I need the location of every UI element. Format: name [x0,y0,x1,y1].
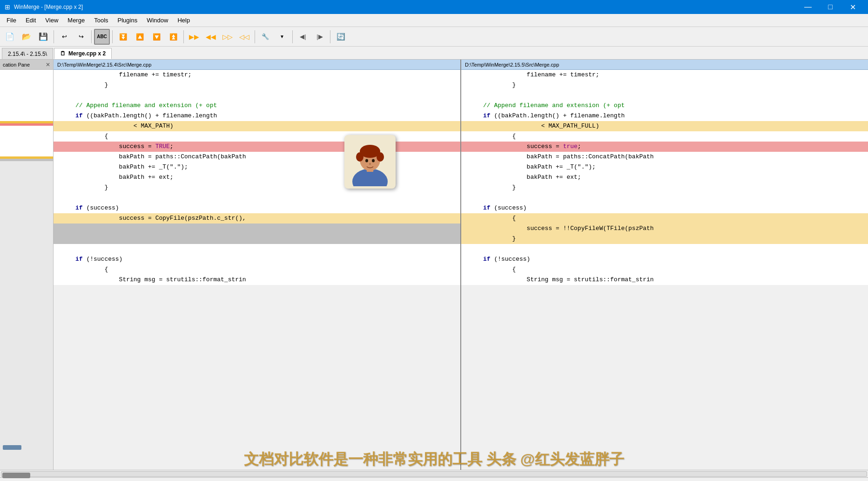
right-code-line[interactable]: < MAX_PATH_FULL) [461,121,868,131]
nav-scroll-thumb[interactable] [3,445,21,450]
right-code-line[interactable]: { [461,264,868,275]
menu-item-window[interactable]: Window [142,15,173,26]
copy-left-button[interactable]: ◀◀ [203,29,219,45]
right-code-line[interactable]: if (!success) [461,254,868,264]
toolbar-sep-2 [91,30,92,43]
reload-button[interactable]: 🔄 [333,29,349,45]
tab-file-label: Merge.cpp x 2 [68,50,106,57]
next-diff-button[interactable]: 🔽 [148,29,164,45]
left-code-line[interactable]: } [54,80,460,90]
right-code-area[interactable]: filename += timestr; } // Append filenam… [461,70,868,470]
right-code-line[interactable]: success = !!CopyFileW(TFile(pszPath [461,224,868,234]
right-code-line[interactable]: { [461,131,868,142]
left-code-line[interactable] [54,234,460,244]
left-code-line[interactable]: bakPath += ext; [54,172,460,183]
left-code-line[interactable]: { [54,264,460,275]
left-code-line[interactable] [54,244,460,254]
right-code-line[interactable] [461,244,868,254]
scrollbar-track[interactable] [1,471,867,477]
right-code-line[interactable]: bakPath += ext; [461,172,868,183]
tab-folder-diff[interactable]: 2.15.4\ - 2.15.5\ [2,48,53,59]
minimize-button[interactable]: — [797,0,819,14]
prev-file-button[interactable]: ◀| [295,29,311,45]
next-file-button[interactable]: |▶ [312,29,328,45]
right-code-line[interactable]: // Append filename and extension (+ opt [461,101,868,111]
menu-item-merge[interactable]: Merge [63,15,89,26]
right-code-line[interactable]: { [461,213,868,224]
tab-file-icon: 🗒 [60,50,66,57]
close-button[interactable]: ✕ [842,0,863,14]
right-code-line[interactable]: filename += timestr; [461,70,868,80]
options-dropdown[interactable]: ▼ [274,29,290,45]
right-code-line[interactable]: bakPath += _T("."); [461,162,868,172]
scrollbar-thumb[interactable] [2,473,30,478]
copy-right2-button[interactable]: ▷▷ [220,29,236,45]
toolbar-sep-5 [255,30,255,43]
open-button[interactable]: 📂 [19,29,34,45]
right-code-line[interactable]: if ((bakPath.length() + filename.length [461,111,868,121]
left-code-line[interactable]: { [54,131,460,142]
menu-item-plugins[interactable]: Plugins [113,15,142,26]
prev-diff-button[interactable]: 🔼 [132,29,148,45]
left-code-line[interactable]: bakPath += _T("."); [54,162,460,172]
save-button[interactable]: 💾 [35,29,51,45]
left-code-line[interactable] [54,224,460,234]
line-number [55,70,72,80]
menu-item-edit[interactable]: Edit [21,15,40,26]
menu-item-file[interactable]: File [2,15,21,26]
left-code-line[interactable]: success = CopyFile(pszPath.c_str(), [54,213,460,224]
redo-button[interactable]: ↪ [73,29,89,45]
line-number [463,121,479,131]
new-button[interactable]: 📄 [2,29,18,45]
svg-point-6 [377,152,384,162]
menu-item-tools[interactable]: Tools [89,15,113,26]
line-number [55,224,72,234]
nav-pane-close-button[interactable]: ✕ [46,61,50,68]
right-code-line[interactable] [461,193,868,203]
maximize-button[interactable]: □ [820,0,841,14]
copy-left2-button[interactable]: ◁◁ [236,29,252,45]
first-diff-button[interactable]: ⏬ [115,29,131,45]
left-code-line[interactable]: success = TRUE; [54,142,460,152]
left-code-line[interactable]: if ((bakPath.length() + filename.length [54,111,460,121]
left-code-line[interactable]: < MAX_PATH) [54,121,460,131]
last-diff-button[interactable]: ⏫ [165,29,181,45]
right-code-line[interactable]: success = true; [461,142,868,152]
left-code-line[interactable]: filename += timestr; [54,70,460,80]
left-code-line[interactable]: if (success) [54,203,460,213]
left-code-area[interactable]: filename += timestr; } // Append filenam… [54,70,460,470]
right-diff-pane: D:\Temp\WinMerge\2.15.5\Src\Merge.cpp fi… [461,60,868,470]
right-code-line[interactable]: String msg = strutils::format_strin [461,275,868,285]
line-number [55,234,72,244]
right-code-line[interactable]: } [461,80,868,90]
line-number [55,121,72,131]
right-pane-header: D:\Temp\WinMerge\2.15.5\Src\Merge.cpp [461,60,868,70]
menu-bar: FileEditViewMergeToolsPluginsWindowHelp [0,14,868,27]
right-code-line[interactable] [461,90,868,101]
toolbar: 📄 📂 💾 ↩ ↪ ABC ⏬ 🔼 🔽 ⏫ ▶▶ ◀◀ ▷▷ ◁◁ 🔧 ▼ ◀|… [0,27,868,47]
copy-right-button[interactable]: ▶▶ [186,29,202,45]
abc-button[interactable]: ABC [94,29,110,45]
menu-item-view[interactable]: View [40,15,63,26]
options-button[interactable]: 🔧 [257,29,273,45]
left-code-line[interactable]: String msg = strutils::format_strin [54,275,460,285]
horizontal-scrollbar[interactable] [0,470,868,477]
menu-item-help[interactable]: Help [173,15,195,26]
toolbar-sep-4 [183,30,184,43]
line-number [463,244,479,254]
right-code-line[interactable]: bakPath = paths::ConcatPath(bakPath [461,152,868,162]
right-code-line[interactable]: if (success) [461,203,868,213]
left-code-line[interactable]: } [54,183,460,193]
line-number [55,275,72,285]
line-number [55,142,72,152]
right-code-line[interactable]: } [461,234,868,244]
left-code-line[interactable]: bakPath = paths::ConcatPath(bakPath [54,152,460,162]
right-code-line[interactable]: } [461,183,868,193]
undo-button[interactable]: ↩ [56,29,72,45]
left-code-line[interactable] [54,193,460,203]
left-code-line[interactable]: // Append filename and extension (+ opt [54,101,460,111]
left-code-line[interactable]: if (!success) [54,254,460,264]
nav-row [0,90,53,101]
tab-file-diff[interactable]: 🗒 Merge.cpp x 2 [54,48,112,59]
left-code-line[interactable] [54,90,460,101]
